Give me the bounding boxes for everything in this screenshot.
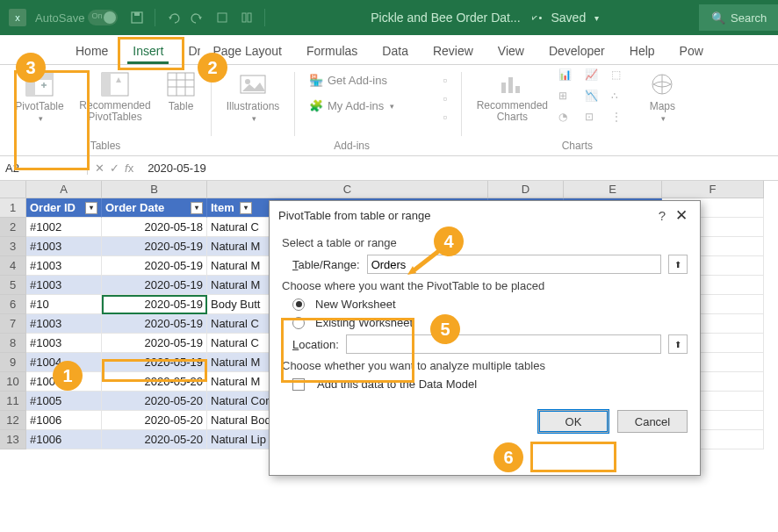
cell-orderid[interactable]: #1005 [26, 392, 102, 411]
collapse-dialog-icon-2[interactable] [668, 334, 688, 354]
quick-action-icon[interactable] [212, 7, 233, 28]
cell-orderid[interactable]: #10 [26, 295, 102, 314]
filter-icon[interactable] [240, 202, 252, 214]
tab-pagelayout[interactable]: Page Layout [200, 37, 294, 64]
undo-icon[interactable] [162, 7, 184, 28]
chart-type-icon[interactable]: ∴ [611, 90, 636, 109]
row-head[interactable]: 4 [0, 256, 26, 276]
row-head[interactable]: 8 [0, 334, 26, 353]
tab-help[interactable]: Help [617, 37, 667, 64]
cell-orderdate[interactable]: 2020-05-20 [102, 430, 207, 449]
row-head[interactable]: 3 [0, 237, 26, 256]
cell-orderdate[interactable]: 2020-05-18 [102, 218, 207, 237]
cell-orderid[interactable]: #1004 [26, 353, 102, 372]
cell-orderdate[interactable]: 2020-05-20 [102, 372, 207, 392]
chart-type-icon[interactable]: 📊 [558, 68, 583, 88]
cell-orderdate[interactable]: 2020-05-19 [102, 237, 207, 256]
row-head[interactable]: 11 [0, 392, 26, 411]
pivottable-button[interactable]: PivotTable [11, 68, 68, 123]
cell-orderdate[interactable]: 2020-05-19 [102, 334, 207, 353]
tab-view[interactable]: View [486, 37, 537, 64]
cell-orderid[interactable]: #1003 [26, 334, 102, 353]
fx-icon[interactable]: fx [125, 162, 133, 175]
range-input[interactable] [367, 255, 661, 274]
cell-orderdate[interactable]: 2020-05-19 [102, 295, 207, 314]
chart-type-icon[interactable]: ⊡ [585, 111, 609, 130]
row-head[interactable]: 13 [0, 430, 26, 449]
col-F[interactable]: F [662, 181, 764, 198]
header-orderdate[interactable]: Order Date [102, 198, 207, 218]
chart-type-icon[interactable]: 📈 [585, 68, 609, 88]
autosave-toggle[interactable]: AutoSave On [35, 10, 118, 25]
tab-home[interactable]: Home [63, 37, 120, 64]
table-button[interactable]: Table [162, 68, 200, 123]
location-input[interactable] [346, 334, 661, 354]
tab-power[interactable]: Pow [667, 37, 716, 64]
col-B[interactable]: B [102, 181, 207, 198]
cell-orderid[interactable]: #1002 [26, 218, 102, 237]
col-A[interactable]: A [26, 181, 102, 198]
my-addins-button[interactable]: 🧩My Add-ins [306, 97, 398, 114]
help-icon[interactable]: ? [652, 208, 672, 223]
tab-data[interactable]: Data [370, 37, 421, 64]
col-E[interactable]: E [564, 181, 662, 198]
row-head[interactable]: 9 [0, 353, 26, 372]
row-head[interactable]: 12 [0, 411, 26, 430]
row-head[interactable]: 2 [0, 218, 26, 237]
row-head[interactable]: 10 [0, 372, 26, 392]
close-icon[interactable]: ✕ [672, 206, 691, 225]
filter-icon[interactable] [85, 202, 97, 214]
maps-button[interactable]: Maps [643, 68, 681, 130]
get-addins-button[interactable]: 🏪Get Add-ins [306, 72, 398, 89]
new-worksheet-label[interactable]: New Worksheet [315, 298, 396, 311]
filter-icon[interactable] [191, 202, 203, 214]
enter-formula-icon[interactable]: ✓ [110, 162, 119, 175]
cell-orderdate[interactable]: 2020-05-19 [102, 256, 207, 276]
quick-action2-icon[interactable] [236, 7, 257, 28]
radio-existing-worksheet[interactable] [292, 317, 305, 329]
chart-type-icon[interactable]: ⋮ [611, 111, 636, 130]
chk-data-model[interactable] [292, 378, 305, 391]
cell-orderdate[interactable]: 2020-05-20 [102, 392, 207, 411]
tab-insert[interactable]: Insert [120, 37, 176, 64]
redo-icon[interactable] [187, 7, 208, 28]
tab-developer[interactable]: Developer [537, 37, 617, 64]
cell-orderdate[interactable]: 2020-05-19 [102, 314, 207, 334]
cell-orderid[interactable]: #1003 [26, 276, 102, 295]
illustrations-button[interactable]: Illustrations [222, 68, 284, 123]
collapse-dialog-icon[interactable] [668, 255, 688, 274]
col-C[interactable]: C [207, 181, 488, 198]
select-all-corner[interactable] [0, 181, 26, 198]
name-box[interactable]: A2 [0, 162, 88, 175]
row-1[interactable]: 1 [0, 198, 26, 218]
radio-new-worksheet[interactable] [292, 298, 305, 311]
existing-worksheet-label[interactable]: Existing Worksheet [315, 316, 413, 329]
formula-input[interactable]: 2020-05-19 [140, 162, 213, 175]
people-graph-icon[interactable]: ▫ [440, 90, 451, 107]
ok-button[interactable]: OK [538, 410, 609, 433]
data-model-label[interactable]: Add this data to the Data Model [317, 377, 477, 391]
col-D[interactable]: D [488, 181, 564, 198]
cell-orderdate[interactable]: 2020-05-19 [102, 353, 207, 372]
bing-maps-icon[interactable]: ▫ [440, 72, 451, 89]
recommended-charts-button[interactable]: Recommended Charts [472, 68, 551, 130]
cell-orderid[interactable]: #1006 [26, 411, 102, 430]
header-orderid[interactable]: Order ID [26, 198, 102, 218]
tab-draw[interactable]: Dr [176, 37, 200, 64]
chart-type-icon[interactable]: ◔ [558, 111, 583, 130]
cell-orderid[interactable]: #1003 [26, 237, 102, 256]
search-box[interactable]: 🔍 Search [699, 4, 778, 31]
chart-type-icon[interactable]: ⬚ [611, 68, 636, 88]
visio-icon[interactable]: ▫ [440, 109, 451, 126]
cancel-formula-icon[interactable]: ✕ [95, 162, 104, 175]
cell-orderid[interactable]: #1005 [26, 372, 102, 392]
cell-orderdate[interactable]: 2020-05-19 [102, 276, 207, 295]
chart-type-icon[interactable]: ⊞ [558, 90, 583, 109]
tab-review[interactable]: Review [421, 37, 486, 64]
row-head[interactable]: 7 [0, 314, 26, 334]
cell-orderid[interactable]: #1003 [26, 314, 102, 334]
row-head[interactable]: 5 [0, 276, 26, 295]
recommended-pivottables-button[interactable]: Recommended PivotTables [76, 68, 155, 123]
cancel-button[interactable]: Cancel [617, 410, 688, 433]
row-head[interactable]: 6 [0, 295, 26, 314]
